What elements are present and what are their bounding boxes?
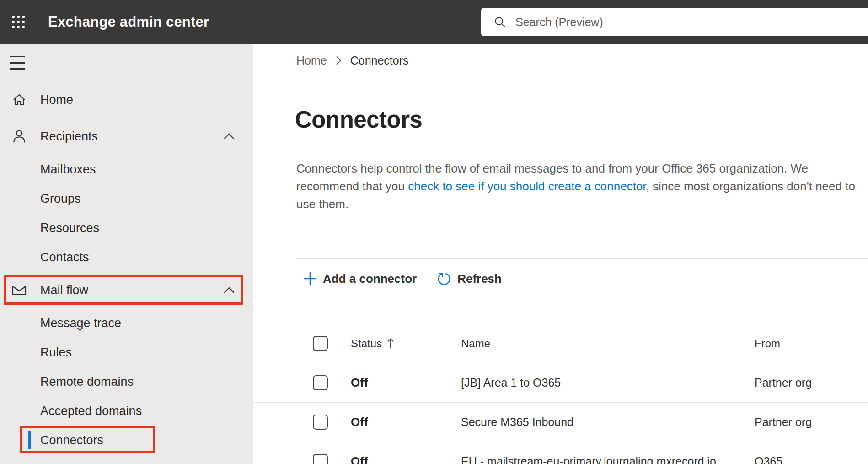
status-value: Off [351,454,368,464]
page-title: Connectors [295,106,422,133]
connector-from: Partner org [755,376,868,389]
refresh-button[interactable]: Refresh [437,271,502,286]
search-icon [494,16,506,28]
connectors-table: Status Name From Off [JB] Area 1 to O365… [253,324,868,464]
table-row[interactable]: Off EU - mailstream-eu-primary.journalin… [253,442,868,464]
breadcrumb: Home Connectors [296,51,409,70]
table-row[interactable]: Off [JB] Area 1 to O365 Partner org [253,363,868,403]
main-content: Home Connectors Connectors Connectors he… [253,44,868,464]
create-connector-check-link[interactable]: check to see if you should create a conn… [408,179,649,193]
app-title: Exchange admin center [48,14,209,30]
selected-indicator-bar [28,431,31,449]
table-header-row: Status Name From [253,324,868,363]
connector-name: EU - mailstream-eu-primary.journaling.mx… [461,455,755,464]
command-bar: Add a connector Refresh [303,266,502,291]
sidebar-item-message-trace[interactable]: Message trace [0,308,253,338]
app-launcher-button[interactable] [6,10,30,34]
sidebar-item-label: Mailboxes [40,162,96,177]
sidebar-item-resources[interactable]: Resources [0,213,253,243]
select-all-checkbox[interactable] [313,336,328,351]
sidebar-item-label: Accepted domains [40,404,142,418]
home-icon [11,92,27,108]
refresh-label: Refresh [457,272,502,286]
connector-from: O365 [755,455,868,464]
sidebar-item-label: Rules [40,345,72,360]
row-checkbox[interactable] [313,454,328,464]
connector-from: Partner org [755,415,868,429]
sidebar-item-label: Connectors [40,433,103,448]
sidebar-item-label: Contacts [40,250,89,264]
sidebar-item-label: Remote domains [40,375,134,389]
connector-name: [JB] Area 1 to O365 [461,376,755,389]
sidebar-item-mail-flow[interactable]: Mail flow [0,275,253,305]
exchange-admin-center-app: Exchange admin center Home [0,0,868,464]
sidebar-item-home[interactable]: Home [0,85,253,114]
sidebar-item-label: Recipients [40,129,98,144]
sidebar-item-remote-domains[interactable]: Remote domains [0,367,253,396]
sidebar-item-accepted-domains[interactable]: Accepted domains [0,396,253,426]
refresh-icon [437,271,451,286]
sidebar-item-label: Groups [40,192,81,206]
top-bar: Exchange admin center [0,0,868,44]
status-value: Off [351,376,368,390]
sidebar-item-label: Message trace [40,316,121,330]
search-box[interactable] [481,8,868,36]
status-value: Off [351,415,368,429]
sidebar-item-connectors[interactable]: Connectors [0,426,253,455]
search-input[interactable] [515,16,790,29]
sidebar-item-label: Home [40,93,73,107]
add-connector-label: Add a connector [323,272,417,286]
sidebar-nav: Home Recipients Mailboxes Groups Resourc… [0,44,253,464]
toolbar-divider [296,258,868,259]
table-row[interactable]: Off Secure M365 Inbound Partner org [253,403,868,442]
row-checkbox[interactable] [313,375,328,390]
column-header-name[interactable]: Name [461,337,755,350]
chevron-right-icon [336,55,342,65]
page-description: Connectors help control the flow of emai… [296,160,866,213]
connector-name: Secure M365 Inbound [461,415,755,429]
sort-ascending-icon [386,337,395,349]
chevron-up-icon [222,131,236,141]
sidebar-item-contacts[interactable]: Contacts [0,243,253,272]
breadcrumb-current: Connectors [350,54,409,67]
plus-icon [303,272,317,286]
column-header-from[interactable]: From [755,337,868,350]
breadcrumb-home-link[interactable]: Home [296,54,327,67]
sidebar-item-groups[interactable]: Groups [0,184,253,213]
sidebar-item-recipients[interactable]: Recipients [0,122,253,151]
column-header-status[interactable]: Status [351,337,461,350]
person-icon [11,128,27,145]
sidebar-item-mailboxes[interactable]: Mailboxes [0,155,253,184]
sidebar-item-label: Mail flow [40,283,88,297]
chevron-up-icon [222,285,236,295]
waffle-icon [12,16,25,28]
sidebar-item-rules[interactable]: Rules [0,338,253,367]
row-checkbox[interactable] [313,415,328,430]
sidebar-item-label: Resources [40,221,99,235]
mail-icon [11,282,27,298]
hamburger-menu-button[interactable] [10,55,28,70]
add-connector-button[interactable]: Add a connector [303,272,417,286]
